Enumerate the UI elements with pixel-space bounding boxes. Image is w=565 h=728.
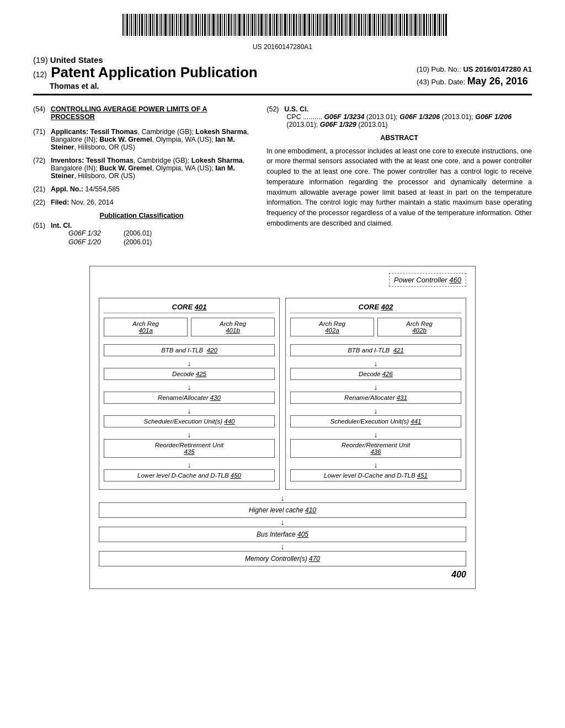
svg-rect-38 [202,14,203,36]
svg-rect-31 [186,14,189,36]
svg-rect-27 [178,14,179,36]
field-71: (71) Applicants: Tessil Thomas, Cambridg… [33,128,250,151]
svg-rect-24 [172,14,173,36]
field-72-content: Inventors: Tessil Thomas, Cambridge (GB)… [51,157,250,180]
svg-rect-71 [274,14,275,36]
svg-rect-83 [300,14,301,36]
svg-rect-144 [432,14,433,36]
svg-rect-50 [228,14,230,36]
filed-date-value: Nov. 26, 2014 [71,199,114,206]
core1-lower-cache: Lower level D-Cache and D-TLB 450 [104,469,275,481]
svg-rect-133 [409,14,409,36]
core2-reorder: Reorder/Retirement Unit436 [290,439,461,458]
svg-rect-113 [365,14,366,36]
memory-controller-box: Memory Controller(s) 470 [99,551,466,566]
field-71-content: Applicants: Tessil Thomas, Cambridge (GB… [51,128,250,151]
svg-rect-120 [380,14,381,36]
svg-rect-34 [194,14,194,36]
svg-rect-106 [349,14,351,36]
svg-rect-132 [406,14,408,36]
svg-rect-21 [164,14,167,36]
num52-label: (52) [266,105,284,113]
svg-rect-72 [276,14,278,36]
svg-rect-65 [260,14,263,36]
core1-arch-reg-right: Arch Reg401b [191,318,275,336]
field-54-content: CONTROLLING AVERAGE POWER LIMITS OF A PR… [51,105,250,122]
svg-rect-150 [445,14,447,36]
svg-rect-47 [222,14,223,36]
svg-rect-66 [264,14,264,36]
num43-label: (43) Pub. Date: [417,78,465,86]
svg-rect-58 [246,14,247,36]
core2-arch-reg-row: Arch Reg402a Arch Reg402b [290,318,461,340]
svg-rect-98 [333,14,333,36]
svg-rect-121 [382,14,383,36]
field-22-content: Filed: Nov. 26, 2014 [51,199,250,206]
num54-label: (54) [33,105,51,113]
svg-rect-46 [220,14,221,36]
core1-arrow-5: ↓ [104,461,275,469]
svg-rect-37 [200,14,201,36]
fig-number: 400 [99,570,466,580]
svg-rect-45 [217,14,218,36]
svg-rect-134 [411,14,412,36]
svg-rect-96 [329,14,329,36]
svg-rect-56 [242,14,242,36]
num51-label: (51) [33,222,51,229]
svg-rect-108 [354,14,355,36]
pub-date-value: May 26, 2016 [467,76,528,87]
svg-rect-35 [195,14,197,36]
field-54: (54) CONTROLLING AVERAGE POWER LIMITS OF… [33,105,250,122]
publication-number: US 20160147280A1 [33,43,532,51]
core2-lower-cache: Lower level D-Cache and D-TLB 451 [290,469,461,481]
int-cl-date-2: (2006.01) [124,238,152,246]
svg-rect-89 [313,14,314,36]
svg-rect-135 [413,14,413,36]
svg-rect-111 [361,14,362,36]
appl-label: Appl. No.: [51,185,83,193]
svg-rect-5 [131,14,132,36]
svg-rect-25 [174,14,175,36]
svg-rect-8 [137,14,138,36]
num12-label: (12) [33,70,47,79]
svg-rect-42 [211,14,211,36]
num19-label: (19) [33,55,48,65]
svg-rect-94 [323,14,324,36]
core2-btb: BTB and I-TLB 421 [290,344,461,356]
svg-rect-127 [396,14,397,36]
svg-rect-138 [419,14,420,36]
svg-rect-129 [399,14,401,36]
svg-rect-131 [404,14,405,36]
core1-title: CORE 401 [104,303,275,313]
country-line: (19) United States [33,55,258,65]
svg-rect-147 [439,14,440,36]
svg-rect-87 [308,14,310,36]
core1-arch-reg-row: Arch Reg401a Arch Reg401b [104,318,275,340]
core1-decode: Decode 425 [104,368,275,380]
patent-page: // We'll draw bars using SVG rects inlin… [0,0,565,728]
svg-rect-91 [317,14,318,36]
core2-arrow-5: ↓ [290,461,461,469]
svg-rect-80 [293,14,295,36]
svg-rect-6 [133,14,134,36]
inventors-label: Inventors: [51,157,84,164]
diagram-section: Power Controller 460 CORE 401 Arch Reg40… [33,266,532,589]
svg-rect-2 [125,14,125,36]
svg-rect-78 [289,14,290,36]
abstract-title: ABSTRACT [266,134,532,142]
core1-arch-reg-left: Arch Reg401a [104,318,188,336]
svg-rect-15 [152,14,153,36]
svg-rect-33 [191,14,193,36]
abstract-text: In one embodiment, a processor includes … [266,146,532,229]
field-52: (52) U.S. Cl. CPC .......... G06F 1/3234… [266,105,532,129]
svg-rect-82 [298,14,299,36]
us-cl-label: U.S. Cl. [284,105,532,113]
core1-box: CORE 401 Arch Reg401a Arch Reg401b BTB a… [99,298,280,490]
header-left: (19) United States (12) Patent Applicati… [33,55,258,90]
svg-rect-148 [441,14,442,36]
core1-arrow-3: ↓ [104,407,275,415]
body-section: (54) CONTROLLING AVERAGE POWER LIMITS OF… [33,105,532,253]
pc-num: 460 [449,276,461,284]
core2-arch-reg-left: Arch Reg402a [290,318,374,336]
country-name: United States [50,55,103,65]
